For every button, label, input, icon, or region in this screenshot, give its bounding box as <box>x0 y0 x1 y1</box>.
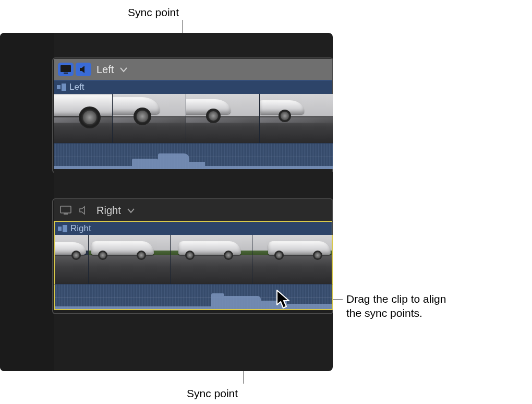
thumbnail <box>54 94 113 143</box>
angle-editor-viewport: Left Left <box>0 33 333 371</box>
chevron-down-icon[interactable] <box>127 208 135 213</box>
svg-rect-0 <box>61 65 71 72</box>
angle-name-right: Right <box>96 205 121 217</box>
svg-rect-7 <box>63 225 67 232</box>
svg-rect-5 <box>64 213 68 215</box>
annotation-drag-line1: Drag the clip to align <box>346 293 446 305</box>
thumbnail <box>186 94 260 143</box>
annotation-drag-hint: Drag the clip to align the sync points. <box>346 292 524 320</box>
annotation-drag-line2: the sync points. <box>346 307 422 319</box>
clip-label-right: Right <box>70 223 91 234</box>
clip-label-left: Left <box>69 82 84 92</box>
angle-header-left[interactable]: Left <box>54 59 333 80</box>
timeline-gutter <box>0 33 54 371</box>
thumbnail <box>252 235 333 284</box>
angle-name-left: Left <box>96 64 114 76</box>
clip-titlebar-left[interactable]: Left <box>54 80 333 94</box>
angle-gap <box>54 172 333 184</box>
clip-titlebar-right[interactable]: Right <box>54 221 333 235</box>
audio-lane-left[interactable] <box>54 143 333 169</box>
svg-rect-6 <box>58 227 62 231</box>
svg-rect-1 <box>64 73 68 74</box>
thumbnail <box>89 235 171 284</box>
svg-rect-3 <box>62 84 66 91</box>
chevron-down-icon[interactable] <box>120 67 127 73</box>
filmstrip-right[interactable] <box>54 235 333 284</box>
svg-rect-4 <box>61 206 71 213</box>
svg-rect-2 <box>57 85 61 89</box>
monitor-icon[interactable] <box>58 63 74 76</box>
angle-row-right: Right Right <box>54 200 333 310</box>
angle-header-right[interactable]: Right <box>54 200 333 221</box>
clip-icon <box>58 225 67 232</box>
filmstrip-left[interactable] <box>54 94 333 143</box>
thumbnail <box>55 235 89 284</box>
speaker-icon[interactable] <box>76 63 91 76</box>
clip-icon <box>57 84 66 91</box>
thumbnail <box>260 94 333 143</box>
thumbnail <box>113 94 186 143</box>
annotation-sync-top: Sync point <box>128 5 179 19</box>
thumbnail <box>171 235 252 284</box>
monitor-icon[interactable] <box>58 204 74 217</box>
annotation-sync-bottom: Sync point <box>187 386 238 400</box>
angle-row-left: Left Left <box>54 59 333 169</box>
audio-lane-right[interactable] <box>54 284 333 310</box>
speaker-icon[interactable] <box>76 204 91 217</box>
